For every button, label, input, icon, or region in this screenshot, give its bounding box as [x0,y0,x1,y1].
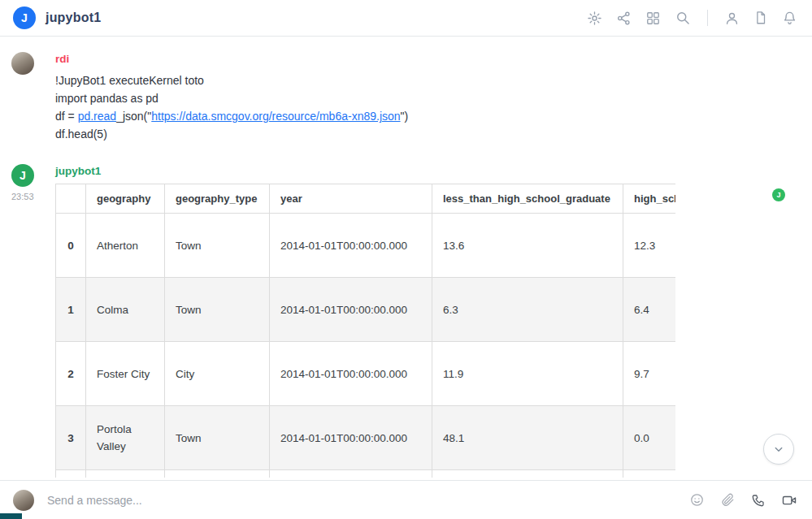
person-icon [724,11,740,26]
table-cell: 6.3 [432,278,623,342]
timestamp: 23:53 [11,192,34,201]
topbar-actions [585,8,799,28]
phone-icon [751,493,766,508]
table-cell: 2014-01-01T00:00:00.000 [270,342,432,406]
share-button[interactable] [614,9,633,28]
chevron-down-icon [771,442,786,456]
row-index: 1 [56,278,86,342]
table-cell [86,470,165,478]
table-cell [623,470,676,478]
message-input[interactable] [46,493,676,508]
table-cell: Town [165,214,270,278]
table-row: 2Foster CityCity2014-01-01T00:00:00.0001… [56,342,676,406]
column-header: high_school_graduate [623,184,676,214]
composer-actions [688,491,799,510]
table-cell: Portola Valley [86,406,165,470]
table-cell: Town [165,278,270,342]
table-cell: Foster City [86,342,165,406]
gear-icon [587,11,602,26]
message-gutter [11,52,55,143]
message-rdi: rdi !JupyBot1 executeKernel totoimport p… [0,52,812,143]
apps-button[interactable] [644,9,662,28]
message-text: df = [55,110,78,123]
smiley-icon [689,492,705,508]
toolbar-divider [707,10,708,26]
files-button[interactable] [752,9,770,27]
table-cell: Town [165,406,270,470]
column-header: geography_type [165,184,270,214]
share-icon [616,11,632,26]
table-cell: 0.0 [623,406,676,470]
table-cell [165,470,270,478]
top-bar: J jupybot1 [0,0,812,37]
column-header: year [270,184,432,214]
dataframe-container: geographygeography_typeyearless_than_hig… [55,184,675,478]
room-title: jupybot1 [46,11,101,25]
table-cell: Atherton [86,214,165,278]
settings-button[interactable] [585,9,604,28]
table-row [56,470,676,478]
emoji-button[interactable] [688,491,706,509]
unread-badge-letter: J [776,191,780,199]
message-gutter: J 23:53 [11,164,55,478]
row-index: 2 [56,342,86,406]
bot-avatar[interactable]: J [11,164,34,187]
table-cell: 2014-01-01T00:00:00.000 [270,214,432,278]
message-text: import pandas as pd [55,92,158,105]
table-row: 3Portola ValleyTown2014-01-01T00:00:00.0… [56,406,676,470]
table-cell: 2014-01-01T00:00:00.000 [270,406,432,470]
message-body: jupybot1 geographygeography_typeyearless… [55,164,796,478]
paperclip-icon [720,492,736,508]
call-button[interactable] [749,491,767,509]
message-text: ") [401,110,409,123]
message-jupybot1: J 23:53 jupybot1 geographygeography_type… [0,164,812,478]
search-icon [675,10,691,26]
table-cell: 12.3 [623,214,676,278]
column-header: geography [86,184,165,214]
video-call-button[interactable] [779,491,799,510]
scroll-to-bottom-button[interactable] [763,434,794,465]
file-icon [753,11,768,25]
unread-badge[interactable]: J [772,188,785,201]
username[interactable]: rdi [55,53,796,65]
table-cell: 2014-01-01T00:00:00.000 [270,278,432,342]
table-row: 0AthertonTown2014-01-01T00:00:00.00013.6… [56,214,676,278]
self-avatar [13,490,34,511]
column-header [56,184,86,214]
composer-bar [0,480,812,519]
message-link[interactable]: https://data.smcgov.org/resource/mb6a-xn… [151,110,400,123]
message-line: import pandas as pd [55,89,796,107]
bot-avatar-letter: J [20,169,26,182]
user-avatar[interactable] [11,52,34,75]
message-line: !JupyBot1 executeKernel toto [55,71,796,89]
message-link[interactable]: pd.read [78,110,116,123]
members-button[interactable] [723,9,741,28]
message-line: df = pd.read_json("https://data.smcgov.o… [55,107,796,125]
table-cell: 6.4 [623,278,676,342]
table-cell: 48.1 [432,406,623,470]
dataframe-table: geographygeography_typeyearless_than_hig… [55,184,675,478]
table-cell: City [165,342,270,406]
row-index [56,470,86,478]
table-cell [432,470,623,478]
search-button[interactable] [673,8,693,28]
message-lines: !JupyBot1 executeKernel totoimport panda… [55,71,796,143]
notifications-button[interactable] [780,9,799,28]
screen-corner-strip [0,513,22,519]
table-row: 1ColmaTown2014-01-01T00:00:00.0006.36.4 [56,278,676,342]
username[interactable]: jupybot1 [55,165,796,177]
table-cell: Colma [86,278,165,342]
table-cell: 9.7 [623,342,676,406]
apps-grid-icon [645,11,661,26]
message-list: rdi !JupyBot1 executeKernel totoimport p… [0,37,812,480]
message-text: !JupyBot1 executeKernel toto [55,74,204,87]
message-body: rdi !JupyBot1 executeKernel totoimport p… [55,52,796,143]
room-avatar-letter: J [21,11,28,24]
row-index: 3 [56,406,86,470]
message-text: _json(" [116,110,151,123]
message-line: df.head(5) [55,125,796,143]
table-cell: 13.6 [432,214,623,278]
attach-button[interactable] [719,491,737,509]
room-avatar: J [13,6,36,29]
table-header-row: geographygeography_typeyearless_than_hig… [56,184,676,214]
